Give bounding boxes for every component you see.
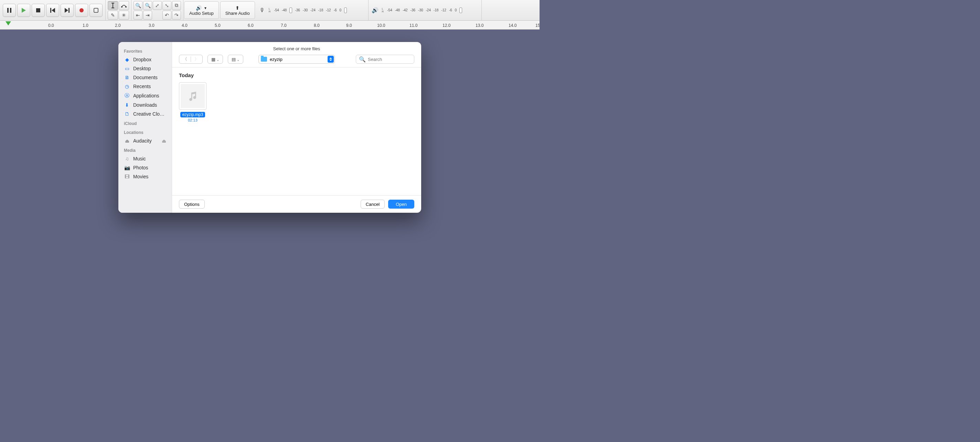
sidebar-item-recents[interactable]: ◷Recents <box>118 82 172 91</box>
file-name: ezyzip.mp3 <box>180 112 205 117</box>
camera-icon: 📷 <box>124 165 130 171</box>
dialog-sidebar: Favorites ◆Dropbox ▭Desktop 🗎Documents ◷… <box>118 42 172 213</box>
dialog-main: Select one or more files 〈 〉 ▦⌄ ▤⌄ ezyzi… <box>172 42 421 213</box>
view-mode-grid[interactable]: ▤⌄ <box>228 55 243 64</box>
sidebar-item-music[interactable]: ♫Music <box>118 154 172 163</box>
desktop-icon: ▭ <box>124 66 130 71</box>
folder-icon <box>261 57 267 62</box>
clock-icon: ◷ <box>124 84 130 89</box>
cancel-button[interactable]: Cancel <box>361 199 385 209</box>
file-open-dialog: Favorites ◆Dropbox ▭Desktop 🗎Documents ◷… <box>118 42 421 213</box>
media-head: Media <box>118 145 172 154</box>
dialog-toolbar: 〈 〉 ▦⌄ ▤⌄ ezyzip 🔍 <box>172 55 421 67</box>
downloads-icon: ⬇ <box>124 102 130 108</box>
file-ezyzip[interactable]: ezyzip.mp3 02:13 <box>179 82 207 122</box>
sidebar-item-photos[interactable]: 📷Photos <box>118 163 172 172</box>
sidebar-item-audacity-disk[interactable]: ⏏Audacity⏏ <box>118 136 172 145</box>
options-button[interactable]: Options <box>179 199 205 209</box>
locations-head: Locations <box>118 128 172 136</box>
dialog-footer: Options Cancel Open <box>172 195 421 213</box>
open-button[interactable]: Open <box>388 199 414 209</box>
dialog-title: Select one or more files <box>172 42 421 55</box>
eject-icon[interactable]: ⏏ <box>162 138 166 144</box>
apps-icon: Ⓐ <box>124 93 130 99</box>
path-label: ezyzip <box>270 57 283 62</box>
file-list[interactable]: Today ezyzip.mp3 02:13 <box>172 67 421 195</box>
view-mode-icon[interactable]: ▦⌄ <box>207 55 223 64</box>
sidebar-item-creative-cloud[interactable]: 🗋Creative Clo… <box>118 110 172 118</box>
sidebar-item-downloads[interactable]: ⬇Downloads <box>118 101 172 110</box>
sidebar-item-documents[interactable]: 🗎Documents <box>118 73 172 82</box>
back-button[interactable]: 〈 <box>179 55 191 63</box>
documents-icon: 🗎 <box>124 75 130 80</box>
file-duration: 02:13 <box>179 118 207 122</box>
sidebar-item-applications[interactable]: ⒶApplications <box>118 91 172 101</box>
disk-icon: ⏏ <box>124 138 130 144</box>
section-today: Today <box>179 72 414 78</box>
audio-file-icon <box>179 82 207 110</box>
music-icon: ♫ <box>124 156 130 161</box>
sidebar-item-movies[interactable]: 🎞Movies <box>118 172 172 181</box>
film-icon: 🎞 <box>124 174 130 179</box>
search-field[interactable]: 🔍 <box>356 55 414 64</box>
sidebar-item-desktop[interactable]: ▭Desktop <box>118 64 172 73</box>
search-icon: 🔍 <box>359 56 366 63</box>
favorites-head: Favorites <box>118 46 172 55</box>
dropbox-icon: ◆ <box>124 57 130 62</box>
search-input[interactable] <box>368 57 421 62</box>
icloud-head: iCloud <box>118 118 172 128</box>
nav-back-forward: 〈 〉 <box>179 55 203 64</box>
forward-button[interactable]: 〉 <box>191 55 202 63</box>
sidebar-item-dropbox[interactable]: ◆Dropbox <box>118 55 172 64</box>
file-icon: 🗋 <box>124 111 130 117</box>
updown-icon <box>328 56 334 63</box>
path-dropdown[interactable]: ezyzip <box>258 55 335 64</box>
file-dialog-overlay: Favorites ◆Dropbox ▭Desktop 🗎Documents ◷… <box>0 0 539 243</box>
